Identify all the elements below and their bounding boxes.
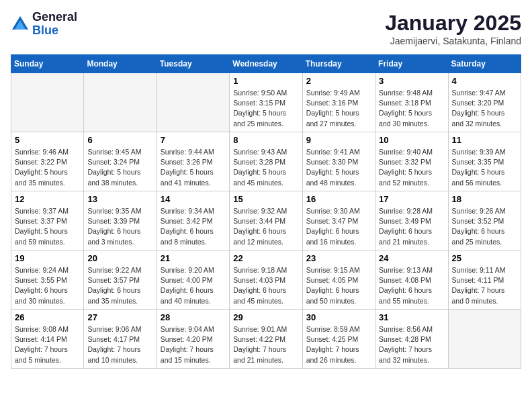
day-number: 11 [452, 135, 517, 145]
day-number: 25 [452, 253, 517, 263]
calendar-cell: 18Sunrise: 9:26 AMSunset: 3:52 PMDayligh… [448, 191, 521, 250]
calendar-cell: 4Sunrise: 9:47 AMSunset: 3:20 PMDaylight… [448, 73, 521, 132]
calendar-cell: 3Sunrise: 9:48 AMSunset: 3:18 PMDaylight… [375, 73, 448, 132]
day-number: 23 [306, 253, 371, 263]
day-info: Sunrise: 9:30 AMSunset: 3:47 PMDaylight:… [306, 206, 371, 247]
weekday-header-saturday: Saturday [448, 55, 521, 73]
calendar-cell: 15Sunrise: 9:32 AMSunset: 3:44 PMDayligh… [230, 191, 302, 250]
day-info: Sunrise: 9:48 AMSunset: 3:18 PMDaylight:… [379, 88, 444, 129]
day-info: Sunrise: 9:44 AMSunset: 3:26 PMDaylight:… [161, 147, 226, 188]
calendar-cell: 26Sunrise: 9:08 AMSunset: 4:14 PMDayligh… [11, 310, 84, 369]
calendar-cell: 25Sunrise: 9:11 AMSunset: 4:11 PMDayligh… [448, 250, 521, 310]
day-number: 8 [233, 135, 298, 145]
day-number: 28 [161, 312, 226, 322]
day-number: 2 [306, 76, 371, 86]
title-section: January 2025 Jaemijaervi, Satakunta, Fin… [385, 11, 521, 46]
week-row-3: 12Sunrise: 9:37 AMSunset: 3:37 PMDayligh… [11, 191, 521, 250]
day-number: 31 [379, 312, 444, 322]
calendar-cell: 22Sunrise: 9:18 AMSunset: 4:03 PMDayligh… [230, 250, 302, 310]
logo-text: General Blue [32, 11, 77, 38]
calendar-cell [84, 73, 157, 132]
week-row-5: 26Sunrise: 9:08 AMSunset: 4:14 PMDayligh… [11, 310, 521, 369]
day-number: 4 [452, 76, 517, 86]
logo: General Blue [11, 11, 77, 38]
day-info: Sunrise: 9:15 AMSunset: 4:05 PMDaylight:… [306, 265, 371, 306]
day-info: Sunrise: 9:46 AMSunset: 3:22 PMDaylight:… [15, 147, 80, 188]
day-number: 29 [233, 312, 298, 322]
day-number: 22 [233, 253, 298, 263]
day-info: Sunrise: 9:18 AMSunset: 4:03 PMDaylight:… [233, 265, 298, 306]
day-info: Sunrise: 9:34 AMSunset: 3:42 PMDaylight:… [161, 206, 226, 247]
calendar-cell: 12Sunrise: 9:37 AMSunset: 3:37 PMDayligh… [11, 191, 84, 250]
day-info: Sunrise: 9:11 AMSunset: 4:11 PMDaylight:… [452, 265, 517, 306]
calendar-cell: 1Sunrise: 9:50 AMSunset: 3:15 PMDaylight… [230, 73, 302, 132]
day-number: 7 [161, 135, 226, 145]
day-info: Sunrise: 9:49 AMSunset: 3:16 PMDaylight:… [306, 88, 371, 129]
day-number: 10 [379, 135, 444, 145]
calendar-cell: 8Sunrise: 9:43 AMSunset: 3:28 PMDaylight… [230, 132, 302, 191]
logo-icon [11, 15, 30, 34]
calendar-cell: 2Sunrise: 9:49 AMSunset: 3:16 PMDaylight… [302, 73, 375, 132]
day-info: Sunrise: 9:01 AMSunset: 4:22 PMDaylight:… [233, 324, 298, 365]
day-info: Sunrise: 9:28 AMSunset: 3:49 PMDaylight:… [379, 206, 444, 247]
day-info: Sunrise: 9:08 AMSunset: 4:14 PMDaylight:… [15, 324, 80, 365]
day-info: Sunrise: 9:37 AMSunset: 3:37 PMDaylight:… [15, 206, 80, 247]
calendar-cell: 14Sunrise: 9:34 AMSunset: 3:42 PMDayligh… [157, 191, 229, 250]
week-row-1: 1Sunrise: 9:50 AMSunset: 3:15 PMDaylight… [11, 73, 521, 132]
day-number: 5 [15, 135, 80, 145]
day-number: 15 [233, 194, 298, 204]
day-info: Sunrise: 9:40 AMSunset: 3:32 PMDaylight:… [379, 147, 444, 188]
day-number: 24 [379, 253, 444, 263]
calendar-cell: 13Sunrise: 9:35 AMSunset: 3:39 PMDayligh… [84, 191, 157, 250]
day-number: 9 [306, 135, 371, 145]
day-number: 3 [379, 76, 444, 86]
day-number: 21 [161, 253, 226, 263]
calendar-cell: 19Sunrise: 9:24 AMSunset: 3:55 PMDayligh… [11, 250, 84, 310]
calendar-cell: 31Sunrise: 8:56 AMSunset: 4:28 PMDayligh… [375, 310, 448, 369]
calendar-cell: 9Sunrise: 9:41 AMSunset: 3:30 PMDaylight… [302, 132, 375, 191]
calendar-cell: 11Sunrise: 9:39 AMSunset: 3:35 PMDayligh… [448, 132, 521, 191]
day-number: 16 [306, 194, 371, 204]
day-info: Sunrise: 9:39 AMSunset: 3:35 PMDaylight:… [452, 147, 517, 188]
day-info: Sunrise: 9:20 AMSunset: 4:00 PMDaylight:… [161, 265, 226, 306]
day-number: 14 [161, 194, 226, 204]
week-row-4: 19Sunrise: 9:24 AMSunset: 3:55 PMDayligh… [11, 250, 521, 310]
calendar-cell: 5Sunrise: 9:46 AMSunset: 3:22 PMDaylight… [11, 132, 84, 191]
calendar-cell: 30Sunrise: 8:59 AMSunset: 4:25 PMDayligh… [302, 310, 375, 369]
calendar-cell: 27Sunrise: 9:06 AMSunset: 4:17 PMDayligh… [84, 310, 157, 369]
calendar-cell [157, 73, 229, 132]
calendar-cell: 29Sunrise: 9:01 AMSunset: 4:22 PMDayligh… [230, 310, 302, 369]
calendar-cell: 21Sunrise: 9:20 AMSunset: 4:00 PMDayligh… [157, 250, 229, 310]
calendar-cell: 23Sunrise: 9:15 AMSunset: 4:05 PMDayligh… [302, 250, 375, 310]
day-number: 19 [15, 253, 80, 263]
calendar-cell: 17Sunrise: 9:28 AMSunset: 3:49 PMDayligh… [375, 191, 448, 250]
calendar-cell [448, 310, 521, 369]
calendar-cell: 7Sunrise: 9:44 AMSunset: 3:26 PMDaylight… [157, 132, 229, 191]
calendar-cell: 10Sunrise: 9:40 AMSunset: 3:32 PMDayligh… [375, 132, 448, 191]
day-number: 20 [87, 253, 152, 263]
day-info: Sunrise: 9:41 AMSunset: 3:30 PMDaylight:… [306, 147, 371, 188]
day-number: 27 [87, 312, 152, 322]
day-number: 30 [306, 312, 371, 322]
day-info: Sunrise: 9:32 AMSunset: 3:44 PMDaylight:… [233, 206, 298, 247]
weekday-header-tuesday: Tuesday [157, 55, 229, 73]
calendar-cell: 28Sunrise: 9:04 AMSunset: 4:20 PMDayligh… [157, 310, 229, 369]
weekday-header-wednesday: Wednesday [230, 55, 302, 73]
weekday-header-row: SundayMondayTuesdayWednesdayThursdayFrid… [11, 55, 521, 73]
calendar-cell: 24Sunrise: 9:13 AMSunset: 4:08 PMDayligh… [375, 250, 448, 310]
day-number: 13 [87, 194, 152, 204]
weekday-header-friday: Friday [375, 55, 448, 73]
day-number: 17 [379, 194, 444, 204]
logo-blue: Blue [32, 24, 77, 38]
day-info: Sunrise: 9:43 AMSunset: 3:28 PMDaylight:… [233, 147, 298, 188]
weekday-header-monday: Monday [84, 55, 157, 73]
calendar-header: SundayMondayTuesdayWednesdayThursdayFrid… [11, 55, 521, 73]
day-info: Sunrise: 9:04 AMSunset: 4:20 PMDaylight:… [161, 324, 226, 365]
day-info: Sunrise: 9:06 AMSunset: 4:17 PMDaylight:… [87, 324, 152, 365]
month-title: January 2025 [385, 11, 521, 36]
day-info: Sunrise: 9:50 AMSunset: 3:15 PMDaylight:… [233, 88, 298, 129]
logo-general: General [32, 11, 77, 24]
weekday-header-thursday: Thursday [302, 55, 375, 73]
day-number: 26 [15, 312, 80, 322]
calendar-cell: 16Sunrise: 9:30 AMSunset: 3:47 PMDayligh… [302, 191, 375, 250]
